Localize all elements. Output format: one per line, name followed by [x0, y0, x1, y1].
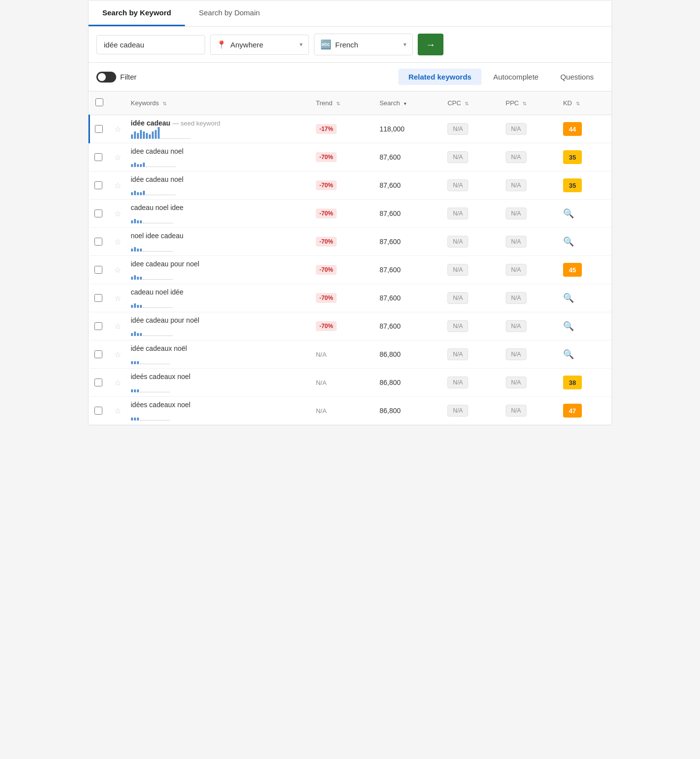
row-search-cell: 86,800 [375, 397, 443, 425]
keyword-text: idee cadeau pour noel [131, 260, 200, 268]
star-icon[interactable]: ☆ [114, 153, 121, 162]
table-row: ☆ noel idee cadeau -70%87,600N/AN/A🔍 [89, 228, 612, 256]
row-checkbox[interactable] [94, 407, 102, 415]
row-star-cell[interactable]: ☆ [109, 369, 126, 397]
star-icon[interactable]: ☆ [114, 125, 121, 134]
trend-badge: -70% [316, 265, 337, 275]
table-row: ☆ idée cadeaux noël N/A86,800N/AN/A🔍 [89, 340, 612, 369]
keyword-input[interactable] [96, 35, 205, 54]
table-row: ☆ ideés cadeaux noel N/A86,800N/AN/A38 [89, 369, 612, 397]
lang-chevron-icon: ▾ [403, 41, 406, 48]
row-star-cell[interactable]: ☆ [109, 171, 126, 200]
row-cpc-cell: N/A [442, 115, 501, 143]
chart-bar [131, 249, 133, 252]
row-checkbox[interactable] [94, 181, 102, 189]
chart-baseline [140, 420, 170, 421]
kd-sort-icon: ⇅ [576, 101, 580, 106]
th-keywords[interactable]: Keywords ⇅ [126, 91, 311, 115]
toggle-switch[interactable] [96, 72, 116, 83]
row-checkbox[interactable] [94, 350, 102, 358]
filter-toggle[interactable]: Filter [96, 72, 136, 83]
search-button[interactable]: → [418, 34, 443, 55]
chart-bar [149, 134, 151, 139]
row-checkbox-cell [89, 312, 109, 340]
select-all-checkbox[interactable] [95, 98, 103, 106]
table-row: ☆ idées cadeaux noel N/A86,800N/AN/A47 [89, 397, 612, 425]
language-text: French [335, 41, 399, 49]
row-checkbox-cell [89, 200, 109, 228]
table-row: ☆ idée cadeau pour noël -70%87,600N/AN/A… [89, 312, 612, 340]
row-ppc-cell: N/A [501, 143, 558, 171]
row-star-cell[interactable]: ☆ [109, 200, 126, 228]
row-search-cell: 87,600 [375, 143, 443, 171]
kd-search-icon[interactable]: 🔍 [563, 293, 574, 303]
row-star-cell[interactable]: ☆ [109, 115, 126, 143]
star-icon[interactable]: ☆ [114, 265, 121, 275]
row-trend-cell: -70% [311, 143, 375, 171]
toggle-knob [98, 73, 106, 81]
row-checkbox[interactable] [94, 294, 102, 302]
star-icon[interactable]: ☆ [114, 294, 121, 303]
kd-search-icon[interactable]: 🔍 [563, 208, 574, 219]
row-star-cell[interactable]: ☆ [109, 256, 126, 284]
row-star-cell[interactable]: ☆ [109, 228, 126, 256]
tab-related-keywords[interactable]: Related keywords [398, 69, 481, 85]
tab-autocomplete[interactable]: Autocomplete [483, 69, 549, 85]
chart-baseline [143, 307, 173, 308]
row-star-cell[interactable]: ☆ [109, 284, 126, 312]
th-kd[interactable]: KD ⇅ [558, 91, 612, 115]
star-icon[interactable]: ☆ [114, 350, 121, 359]
row-checkbox-cell [89, 369, 109, 397]
location-select[interactable]: 📍 Anywhere ▾ [210, 35, 309, 55]
chart-bar [131, 361, 133, 364]
chart-bar [158, 127, 160, 139]
th-trend[interactable]: Trend ⇅ [311, 91, 375, 115]
th-search[interactable]: Search ▾ [375, 91, 443, 115]
star-icon[interactable]: ☆ [114, 322, 121, 331]
row-ppc-cell: N/A [501, 228, 558, 256]
star-icon[interactable]: ☆ [114, 406, 121, 416]
chart-bar [155, 130, 157, 139]
th-cpc[interactable]: CPC ⇅ [442, 91, 501, 115]
ppc-value: N/A [506, 292, 526, 304]
chart-bar [131, 134, 133, 139]
row-checkbox[interactable] [94, 266, 102, 274]
row-cpc-cell: N/A [442, 284, 501, 312]
tab-bar: Search by Keyword Search by Domain [88, 0, 612, 27]
chart-bar [137, 305, 139, 308]
row-star-cell[interactable]: ☆ [109, 143, 126, 171]
kd-search-icon[interactable]: 🔍 [563, 236, 574, 247]
row-keyword-cell: ideés cadeaux noel [126, 369, 311, 397]
row-star-cell[interactable]: ☆ [109, 397, 126, 425]
tab-questions[interactable]: Questions [550, 69, 604, 85]
star-icon[interactable]: ☆ [114, 378, 121, 387]
chart-bar [134, 332, 136, 336]
kd-search-icon[interactable]: 🔍 [563, 349, 574, 360]
row-checkbox-cell [89, 340, 109, 369]
table-row: ☆ idee cadeau noel -70%87,600N/AN/A35 [89, 143, 612, 171]
keyword-text: ideés cadeaux noel [131, 373, 191, 380]
star-icon[interactable]: ☆ [114, 181, 121, 190]
language-select[interactable]: 🔤 French ▾ [314, 34, 413, 55]
th-ppc[interactable]: PPC ⇅ [501, 91, 558, 115]
row-checkbox[interactable] [94, 379, 102, 386]
tab-search-keyword[interactable]: Search by Keyword [88, 0, 185, 26]
row-checkbox[interactable] [94, 238, 102, 246]
row-checkbox[interactable] [94, 210, 102, 217]
tab-search-domain[interactable]: Search by Domain [185, 0, 273, 26]
row-ppc-cell: N/A [501, 340, 558, 369]
table-row: ☆ cadeau noel idée -70%87,600N/AN/A🔍 [89, 284, 612, 312]
kd-badge: 47 [563, 404, 582, 418]
row-kd-cell: 🔍 [558, 284, 612, 312]
row-checkbox[interactable] [94, 153, 102, 161]
star-icon[interactable]: ☆ [114, 237, 121, 247]
row-checkbox[interactable] [94, 322, 102, 330]
ppc-value: N/A [506, 405, 526, 417]
row-star-cell[interactable]: ☆ [109, 340, 126, 369]
kd-search-icon[interactable]: 🔍 [563, 321, 574, 332]
row-ppc-cell: N/A [501, 256, 558, 284]
row-star-cell[interactable]: ☆ [109, 312, 126, 340]
star-icon[interactable]: ☆ [114, 209, 121, 218]
row-checkbox[interactable] [95, 125, 103, 133]
ppc-value: N/A [506, 179, 526, 191]
